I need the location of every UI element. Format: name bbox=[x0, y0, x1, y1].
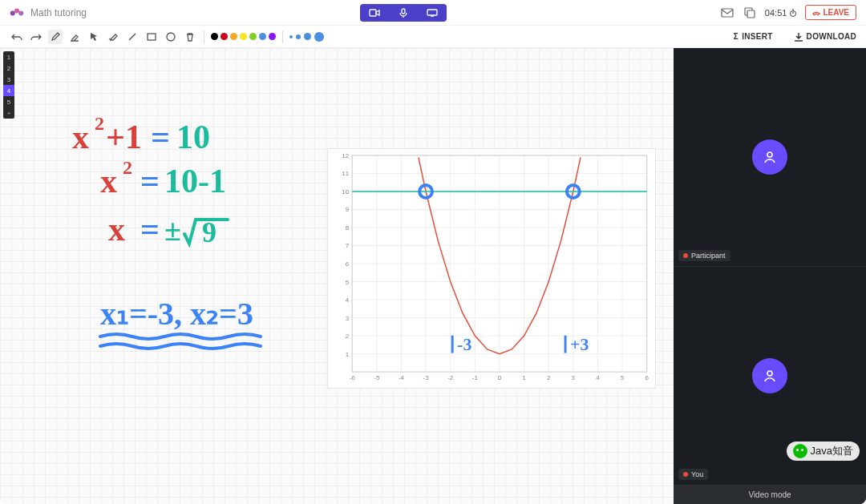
stopwatch-icon bbox=[789, 9, 797, 17]
download-label: DOWNLOAD bbox=[807, 32, 856, 41]
graph-panel[interactable]: 123456789101112-6-5-4-3-2-10123456-3+3 bbox=[327, 148, 656, 389]
svg-text:-3: -3 bbox=[423, 374, 430, 381]
redo-button[interactable] bbox=[29, 30, 43, 44]
svg-text:2: 2 bbox=[123, 157, 132, 178]
download-button[interactable]: DOWNLOAD bbox=[794, 32, 856, 42]
size-dot[interactable] bbox=[289, 35, 293, 38]
size-dots bbox=[289, 32, 324, 42]
svg-rect-6 bbox=[722, 9, 733, 17]
svg-point-1 bbox=[14, 8, 19, 13]
avatar-icon bbox=[752, 139, 787, 175]
svg-text:10: 10 bbox=[176, 119, 210, 155]
svg-text:4: 4 bbox=[346, 296, 350, 304]
video-mode-label: Video mode bbox=[748, 490, 791, 499]
svg-text:x: x bbox=[108, 211, 125, 248]
svg-text:=: = bbox=[140, 163, 160, 200]
participant-name-chip: Participant bbox=[678, 250, 730, 261]
line-tool[interactable] bbox=[125, 30, 140, 44]
you-name-chip: You bbox=[678, 469, 708, 480]
mic-muted-icon bbox=[683, 253, 688, 258]
color-swatch[interactable] bbox=[240, 33, 247, 40]
svg-text:6: 6 bbox=[346, 260, 350, 268]
size-dot[interactable] bbox=[314, 32, 324, 42]
color-swatch[interactable] bbox=[211, 33, 218, 40]
pen-tool[interactable] bbox=[48, 30, 63, 44]
participant-label: Participant bbox=[691, 252, 726, 260]
size-dot[interactable] bbox=[296, 34, 301, 39]
insert-button[interactable]: Σ INSERT bbox=[734, 32, 773, 41]
rect-tool[interactable] bbox=[144, 30, 159, 44]
highlighter-tool[interactable] bbox=[67, 30, 82, 44]
video-tile-you[interactable]: You Java知音 bbox=[674, 266, 866, 485]
circle-tool[interactable] bbox=[164, 30, 178, 44]
svg-text:±: ± bbox=[164, 213, 181, 247]
svg-text:12: 12 bbox=[342, 152, 349, 159]
svg-text:5: 5 bbox=[346, 279, 350, 286]
svg-point-85 bbox=[683, 472, 688, 477]
svg-text:x: x bbox=[72, 119, 89, 155]
svg-rect-9 bbox=[148, 34, 156, 40]
whiteboard-canvas[interactable]: 12345+ x2+1=10x2=10-1x=±9x₁=-3, x₂=3 123… bbox=[0, 48, 674, 504]
svg-text:1: 1 bbox=[522, 374, 526, 381]
size-dot[interactable] bbox=[304, 33, 311, 40]
divider bbox=[282, 30, 283, 43]
video-sidebar: Participant You Java知音 Video mode bbox=[674, 48, 866, 504]
color-swatch[interactable] bbox=[259, 33, 266, 40]
call-controls bbox=[360, 4, 447, 22]
svg-text:3: 3 bbox=[572, 374, 576, 381]
sigma-icon: Σ bbox=[734, 32, 739, 41]
session-title: Math tutoring bbox=[30, 7, 87, 18]
mic-button[interactable] bbox=[389, 4, 418, 22]
svg-rect-7 bbox=[747, 10, 755, 18]
you-label: You bbox=[691, 470, 703, 478]
mic-muted-icon bbox=[683, 472, 688, 477]
undo-button[interactable] bbox=[10, 30, 24, 44]
timer-value: 04:51 bbox=[765, 8, 787, 18]
svg-text:9: 9 bbox=[202, 216, 216, 248]
leave-label: LEAVE bbox=[823, 8, 849, 17]
svg-text:4: 4 bbox=[596, 374, 600, 381]
color-swatch[interactable] bbox=[249, 33, 257, 40]
trash-tool[interactable] bbox=[183, 30, 197, 44]
svg-point-10 bbox=[167, 33, 175, 41]
divider bbox=[204, 30, 204, 43]
svg-rect-5 bbox=[427, 10, 437, 15]
main: 12345+ x2+1=10x2=10-1x=±9x₁=-3, x₂=3 123… bbox=[0, 48, 866, 504]
color-swatches bbox=[211, 33, 276, 40]
pointer-tool[interactable] bbox=[87, 30, 101, 44]
svg-text:-1: -1 bbox=[472, 374, 479, 381]
svg-text:6: 6 bbox=[645, 374, 649, 381]
mail-icon[interactable] bbox=[720, 6, 734, 20]
svg-text:-5: -5 bbox=[374, 374, 380, 381]
topbar-right: 04:51 LEAVE bbox=[720, 5, 856, 20]
svg-text:-6: -6 bbox=[350, 374, 356, 381]
svg-text:2: 2 bbox=[547, 374, 551, 381]
screenshare-button[interactable] bbox=[418, 4, 447, 22]
topbar: Math tutoring 04:51 LEAVE bbox=[0, 0, 866, 26]
svg-text:=: = bbox=[140, 211, 160, 248]
video-mode-button[interactable]: Video mode bbox=[674, 485, 866, 504]
color-swatch[interactable] bbox=[269, 33, 276, 40]
color-swatch[interactable] bbox=[230, 33, 237, 40]
insert-label: INSERT bbox=[742, 32, 772, 41]
wechat-icon bbox=[793, 444, 807, 458]
leave-button[interactable]: LEAVE bbox=[805, 5, 856, 20]
svg-text:2: 2 bbox=[346, 333, 350, 340]
svg-text:10-1: 10-1 bbox=[164, 163, 226, 200]
svg-text:-4: -4 bbox=[399, 374, 405, 381]
copy-icon[interactable] bbox=[743, 6, 757, 20]
svg-text:1: 1 bbox=[346, 351, 350, 358]
svg-text:3: 3 bbox=[346, 315, 350, 322]
camera-button[interactable] bbox=[360, 4, 389, 22]
video-tile-participant[interactable]: Participant bbox=[674, 48, 866, 266]
svg-text:x: x bbox=[100, 163, 117, 200]
svg-text:=: = bbox=[151, 119, 170, 155]
svg-text:11: 11 bbox=[342, 170, 349, 177]
svg-text:10: 10 bbox=[342, 188, 349, 196]
download-icon bbox=[794, 32, 803, 42]
svg-point-2 bbox=[18, 10, 23, 15]
svg-rect-3 bbox=[370, 10, 376, 16]
svg-text:9: 9 bbox=[346, 206, 350, 213]
eraser-tool[interactable] bbox=[106, 30, 120, 44]
color-swatch[interactable] bbox=[221, 33, 228, 40]
